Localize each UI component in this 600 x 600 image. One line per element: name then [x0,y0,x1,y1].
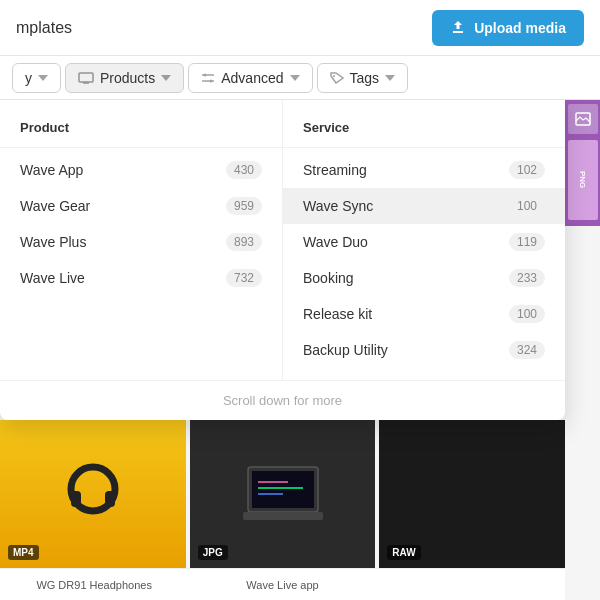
product-item-wave-gear[interactable]: Wave Gear 959 [0,188,282,224]
product-col-header: Product [0,112,282,148]
service-column: Service Streaming 102 Wave Sync 100 Wave… [282,100,565,380]
monitor-icon [78,72,94,84]
product-count-wave-gear: 959 [226,197,262,215]
svg-point-5 [333,75,335,77]
product-item-wave-plus[interactable]: Wave Plus 893 [0,224,282,260]
service-name-release-kit: Release kit [303,306,372,322]
products-dropdown: Product Wave App 430 Wave Gear 959 Wave … [0,100,565,420]
product-name-wave-live: Wave Live [20,270,85,286]
product-column: Product Wave App 430 Wave Gear 959 Wave … [0,100,282,380]
service-count-release-kit: 100 [509,305,545,323]
service-count-booking: 233 [509,269,545,287]
product-item-wave-app[interactable]: Wave App 430 [0,152,282,188]
svg-rect-10 [252,471,314,508]
tags-label: Tags [350,70,380,86]
chevron-down-icon [38,75,48,81]
product-count-wave-app: 430 [226,161,262,179]
tags-button[interactable]: Tags [317,63,409,93]
scroll-hint: Scroll down for more [0,380,565,420]
card-badge-2: JPG [198,545,228,560]
svg-point-3 [204,73,207,76]
product-name-wave-plus: Wave Plus [20,234,86,250]
service-name-wave-duo: Wave Duo [303,234,368,250]
toolbar: y Products Advanced Tags [0,56,600,100]
dropdown-columns: Product Wave App 430 Wave Gear 959 Wave … [0,100,565,380]
product-name-wave-gear: Wave Gear [20,198,90,214]
service-item-wave-duo[interactable]: Wave Duo 119 [283,224,565,260]
headphones-image [58,459,128,529]
product-count-wave-plus: 893 [226,233,262,251]
page-title: mplates [16,19,72,37]
advanced-label: Advanced [221,70,283,86]
card-labels: WG DR91 Headphones Wave Live app [0,568,565,600]
products-chevron-icon [161,75,171,81]
product-count-wave-live: 732 [226,269,262,287]
products-label: Products [100,70,155,86]
upload-icon [450,20,466,36]
service-count-wave-sync: 100 [509,197,545,215]
tag-icon [330,72,344,84]
service-item-release-kit[interactable]: Release kit 100 [283,296,565,332]
card-label-3 [377,568,565,600]
tags-chevron-icon [385,75,395,81]
thumb-item-1[interactable] [568,104,598,134]
filter-button[interactable]: y [12,63,61,93]
bottom-cards-area: MP4 JPG RAW [0,420,565,568]
service-item-wave-sync[interactable]: Wave Sync 100 [283,188,565,224]
svg-rect-8 [105,491,115,507]
service-name-streaming: Streaming [303,162,367,178]
service-count-streaming: 102 [509,161,545,179]
service-name-booking: Booking [303,270,354,286]
product-name-wave-app: Wave App [20,162,83,178]
upload-media-button[interactable]: Upload media [432,10,584,46]
card-label-2: Wave Live app [188,568,376,600]
card-raw: RAW [379,420,565,568]
image-icon [575,112,591,126]
advanced-chevron-icon [290,75,300,81]
laptop-image [238,462,328,527]
card-badge-3: RAW [387,545,420,560]
service-name-backup-utility: Backup Utility [303,342,388,358]
thumb-preview-purple: PNG [568,140,598,220]
svg-rect-7 [71,491,81,507]
service-item-booking[interactable]: Booking 233 [283,260,565,296]
service-item-streaming[interactable]: Streaming 102 [283,152,565,188]
filter-label: y [25,70,32,86]
svg-rect-14 [243,512,323,520]
service-count-backup-utility: 324 [509,341,545,359]
right-thumbnail-panel: PNG [565,100,600,226]
card-laptop: JPG [190,420,376,568]
main-content: 09:44 old Cc ity Inte MP4 [0,100,600,600]
service-count-wave-duo: 119 [509,233,545,251]
header: mplates Upload media [0,0,600,56]
card-badge-1: MP4 [8,545,39,560]
card-label-1: WG DR91 Headphones [0,568,188,600]
svg-rect-0 [79,73,93,82]
products-button[interactable]: Products [65,63,184,93]
service-item-backup-utility[interactable]: Backup Utility 324 [283,332,565,368]
card-headphones: MP4 [0,420,186,568]
advanced-button[interactable]: Advanced [188,63,312,93]
png-badge: PNG [578,171,587,188]
svg-point-4 [210,79,213,82]
product-item-wave-live[interactable]: Wave Live 732 [0,260,282,296]
service-col-header: Service [283,112,565,148]
sliders-icon [201,72,215,84]
service-name-wave-sync: Wave Sync [303,198,373,214]
